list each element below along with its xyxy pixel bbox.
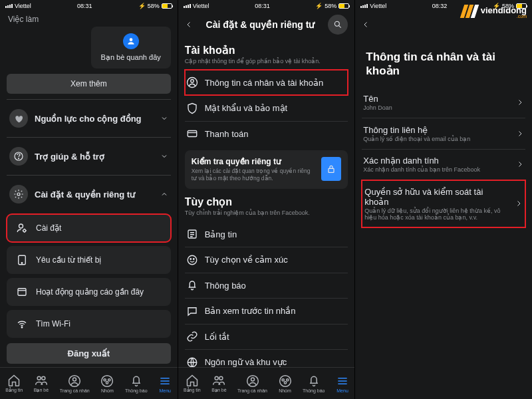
carrier-text: Viettel xyxy=(15,3,31,9)
nav-menu[interactable]: Menu xyxy=(336,374,349,393)
clock-text: 08:32 xyxy=(432,3,448,9)
signal-icon xyxy=(184,4,191,8)
chevron-down-icon xyxy=(160,152,168,160)
personal-info-row[interactable]: Thông tin cá nhân và tài khoản xyxy=(185,70,348,95)
nav-profile[interactable]: Trang cá nhân xyxy=(60,374,90,393)
shortcuts-row[interactable]: Lối tắt xyxy=(185,324,348,349)
profile-icon xyxy=(68,374,81,388)
password-security-row[interactable]: Mật khẩu và bảo mật xyxy=(185,96,348,121)
svg-point-26 xyxy=(193,258,194,259)
feed-prefs-row[interactable]: Bảng tin xyxy=(185,221,348,247)
nearby-avatar-icon xyxy=(123,33,139,49)
logout-button[interactable]: Đăng xuất xyxy=(7,343,171,364)
svg-point-3 xyxy=(17,193,20,196)
reaction-prefs-row[interactable]: Tùy chọn về cảm xúc xyxy=(185,247,348,273)
nav-friends[interactable]: Bạn bè xyxy=(211,374,226,393)
device-icon xyxy=(15,253,29,267)
battery-icon xyxy=(162,3,172,9)
svg-point-10 xyxy=(37,376,41,380)
account-section-title: Tài khoản xyxy=(185,44,348,57)
gear-icon xyxy=(9,185,28,203)
svg-point-16 xyxy=(108,378,110,380)
back-button[interactable] xyxy=(185,21,193,29)
svg-rect-8 xyxy=(18,289,26,296)
nav-groups[interactable]: Nhóm xyxy=(100,374,114,393)
ads-icon xyxy=(15,285,29,299)
nav-feed[interactable]: Bảng tin xyxy=(184,374,201,393)
svg-point-34 xyxy=(286,378,288,380)
help-support-row[interactable]: Trợ giúp & hỗ trợ xyxy=(7,140,171,172)
see-more-button[interactable]: Xem thêm xyxy=(7,74,171,94)
svg-point-13 xyxy=(73,378,76,381)
lock-badge-icon xyxy=(321,157,341,181)
contact-info-row[interactable]: Thông tin liên hệ Quản lý số điện thoại … xyxy=(362,118,525,149)
page-title: Cài đặt & quyền riêng tư xyxy=(200,19,322,30)
groups-icon xyxy=(100,374,114,388)
globe-icon xyxy=(186,356,198,367)
find-wifi-card[interactable]: Tìm Wi-Fi xyxy=(7,310,171,338)
svg-point-31 xyxy=(251,378,254,381)
back-button[interactable] xyxy=(362,21,370,29)
svg-point-5 xyxy=(23,229,26,232)
brand-watermark: viendidong .com xyxy=(462,4,527,19)
name-row[interactable]: Tên John Doan xyxy=(362,87,525,118)
home-icon xyxy=(7,374,21,387)
svg-point-11 xyxy=(42,376,45,380)
svg-point-14 xyxy=(102,375,113,386)
battery-text: 58% xyxy=(148,3,160,9)
person-circle-icon xyxy=(186,76,198,88)
message-preview-row[interactable]: Bản xem trước tin nhắn xyxy=(185,299,348,324)
nearby-label: Bạn bè quanh đây xyxy=(101,53,161,62)
svg-rect-21 xyxy=(188,131,197,137)
friends-icon xyxy=(35,374,48,387)
chevron-right-icon xyxy=(515,200,523,207)
svg-point-18 xyxy=(335,21,340,26)
search-button[interactable] xyxy=(328,15,348,35)
chevron-right-icon xyxy=(516,160,524,168)
device-requests-label: Yêu cầu từ thiết bị xyxy=(36,255,101,265)
settings-privacy-row[interactable]: Cài đặt & quyền riêng tư xyxy=(7,178,171,210)
battery-icon xyxy=(338,3,349,9)
svg-point-33 xyxy=(282,378,284,380)
language-row[interactable]: Ngôn ngữ và khu vực xyxy=(185,350,348,367)
svg-point-25 xyxy=(190,258,192,259)
smile-icon xyxy=(186,254,198,266)
nav-notifications[interactable]: Thông báo xyxy=(303,374,325,393)
nearby-friends-card[interactable]: Bạn bè quanh đây xyxy=(91,27,171,68)
recent-ads-label: Hoạt động quảng cáo gần đây xyxy=(36,287,144,297)
account-ownership-row[interactable]: Quyền sở hữu và kiểm soát tài khoản Quản… xyxy=(362,180,525,227)
feed-icon xyxy=(186,228,198,240)
recent-ads-card[interactable]: Hoạt động quảng cáo gần đây xyxy=(7,278,171,306)
svg-point-24 xyxy=(188,255,197,265)
svg-point-2 xyxy=(18,158,19,159)
svg-point-0 xyxy=(129,38,132,41)
privacy-check-sub: Xem lại các cài đặt quan trọng về quyền … xyxy=(192,168,315,182)
payments-row[interactable]: Thanh toán xyxy=(185,121,348,146)
chevron-up-icon xyxy=(160,190,168,198)
nav-profile[interactable]: Trang cá nhân xyxy=(237,374,267,393)
nav-groups[interactable]: Nhóm xyxy=(279,374,292,393)
status-bar: Viettel 08:31 ⚡58% xyxy=(0,0,178,12)
search-icon xyxy=(333,20,342,29)
nav-friends[interactable]: Bạn bè xyxy=(34,374,49,393)
nav-notifications[interactable]: Thông báo xyxy=(125,374,147,393)
svg-point-20 xyxy=(190,80,194,83)
heart-hands-icon xyxy=(9,109,28,128)
nav-menu[interactable]: Menu xyxy=(158,374,172,393)
panel-personal-info: Viettel 08:32 ⚡58% Thông tin cá nhân và … xyxy=(354,0,532,399)
svg-point-7 xyxy=(21,263,23,264)
svg-point-15 xyxy=(104,378,106,380)
signal-icon xyxy=(5,4,13,8)
identity-confirmation-row[interactable]: Xác nhận danh tính Xác nhận danh tính củ… xyxy=(362,149,525,180)
privacy-checkup-card[interactable]: Kiểm tra quyền riêng tư Xem lại các cài … xyxy=(185,150,348,189)
settings-card[interactable]: Cài đặt xyxy=(7,214,171,242)
bottom-nav: Bảng tin Bạn bè Trang cá nhân Nhóm Thông… xyxy=(0,367,178,399)
community-resources-row[interactable]: Nguồn lực cho cộng đồng xyxy=(7,102,171,134)
account-section-sub: Cập nhật thông tin để góp phần bảo vệ tà… xyxy=(185,58,348,65)
nav-feed[interactable]: Bảng tin xyxy=(5,374,23,393)
settings-label: Cài đặt xyxy=(36,223,61,233)
device-requests-card[interactable]: Yêu cầu từ thiết bị xyxy=(7,246,171,274)
notification-prefs-row[interactable]: Thông báo xyxy=(185,273,348,298)
preferences-section-sub: Tùy chỉnh trải nghiệm của bạn trên Faceb… xyxy=(185,209,348,216)
page-title: Thông tin cá nhân và tài khoản xyxy=(366,51,521,78)
